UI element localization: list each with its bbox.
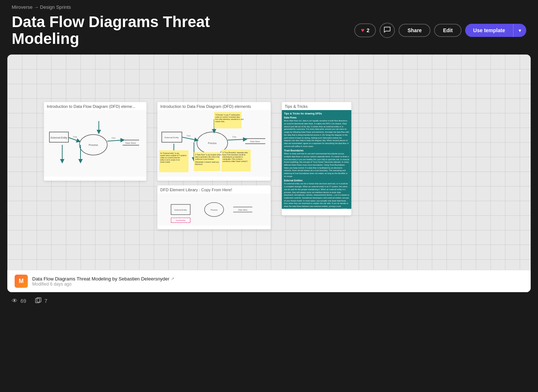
breadcrumb-arrow: → — [34, 4, 39, 10]
svg-text:interesting for an attacker to: interesting for an attacker to — [223, 156, 243, 158]
svg-text:Data: Data — [73, 136, 77, 138]
svg-line-7 — [68, 137, 79, 141]
svg-text:Process: Process — [211, 209, 218, 211]
card1-image: External Entity Process Data Store — [44, 110, 146, 177]
comment-icon — [384, 27, 391, 34]
copies-stat: 7 — [35, 297, 48, 305]
card2-title: Introduction to Data Flow Diagram (DFD) … — [157, 102, 271, 110]
chevron-down-icon: ▾ — [519, 27, 521, 33]
svg-text:Data: Data — [232, 136, 236, 138]
card4-image: External Entity Process Data Store Trust… — [157, 193, 271, 226]
breadcrumb: Miroverse → Design Sprints — [12, 4, 526, 10]
tips-section1-text: More often than not, data is not equally… — [284, 120, 349, 148]
svg-text:entity is not in scope of our: entity is not in scope of our — [160, 159, 180, 161]
tips-section2-title: Trust Boundaries — [284, 149, 349, 152]
header-row: Data Flow Diagrams Threat Modeling ♥ 2 S… — [12, 14, 526, 54]
use-template-button[interactable]: Use template — [465, 24, 513, 37]
svg-line-8 — [107, 140, 123, 141]
canvas-container: Introduction to Data Flow Diagram (DFD) … — [7, 54, 531, 292]
author-modified: Modified 6 days ago — [32, 282, 523, 287]
footer-stats: 👁 69 7 — [12, 297, 526, 305]
svg-text:"A Process" is any IT (sub)sys: "A Process" is any IT (sub)system — [215, 114, 240, 116]
use-template-group: Use template ▾ — [465, 24, 526, 37]
views-count: 69 — [20, 298, 26, 304]
svg-text:Data: Data — [187, 135, 191, 137]
page-title: Data Flow Diagrams Threat Modeling — [12, 14, 239, 47]
author-name-text: Data Flow Diagrams Threat Modeling by Se… — [32, 276, 169, 282]
views-icon: 👁 — [12, 298, 18, 304]
svg-text:An "External entity" is any: An "External entity" is any — [160, 152, 179, 154]
svg-line-22 — [228, 139, 245, 140]
card3-title: Tips & Tricks — [282, 102, 351, 110]
board-card-tips[interactable]: Tips & Tricks Tips & Tricks for drawing … — [282, 102, 351, 215]
breadcrumb-root[interactable]: Miroverse — [12, 4, 33, 10]
svg-text:manipulate. (This is what is: manipulate. (This is what is — [223, 158, 243, 160]
svg-text:threat model): threat model) — [160, 161, 170, 163]
tips-content: Tips & Tricks for drawing DFDs Data Flow… — [282, 110, 351, 209]
svg-text:Process: Process — [89, 144, 98, 146]
tips-section2-text: When to draw and how to use and communic… — [284, 152, 349, 178]
breadcrumb-section[interactable]: Design Sprints — [40, 4, 71, 10]
heart-icon: ♥ — [361, 27, 365, 34]
edit-button[interactable]: Edit — [434, 24, 461, 37]
views-stat: 👁 69 — [12, 298, 26, 304]
svg-text:flows if the interaction would: flows if the interaction would be — [223, 154, 246, 156]
card1-title: Introduction to Data Flow Diagram (DFD) … — [44, 102, 146, 110]
topbar: Miroverse → Design Sprints Data Flow Dia… — [0, 0, 538, 54]
svg-text:Process: Process — [208, 142, 217, 144]
svg-text:system that is outside of IT s: system that is outside of IT systems — [160, 155, 187, 157]
svg-text:A "Trust Boundary" separates d: A "Trust Boundary" separates data — [223, 152, 248, 154]
tips-heading: Tips & Tricks for drawing DFDs — [284, 112, 349, 115]
card2-image: External Entity Process Data Store — [157, 110, 271, 177]
copies-count: 7 — [45, 298, 48, 304]
copies-icon — [35, 297, 42, 305]
svg-text:External Entity: External Entity — [51, 136, 67, 139]
svg-text:from other elements, transform: from other elements, transforms it, and — [215, 118, 244, 120]
author-bar: M Data Flow Diagrams Threat Modeling by … — [7, 270, 531, 292]
svg-text:under our control. It receives: under our control. It receives data — [215, 116, 240, 118]
svg-text:sometimes called "attack surfa: sometimes called "attack surface") — [223, 161, 248, 162]
use-template-dropdown-button[interactable]: ▾ — [513, 24, 526, 37]
svg-text:External Entity: External Entity — [175, 209, 187, 211]
share-button[interactable]: Share — [399, 24, 430, 37]
svg-text:Data: Data — [112, 137, 116, 139]
board-card-dfd-intro-left[interactable]: Introduction to Data Flow Diagram (DFD) … — [44, 102, 146, 181]
svg-text:under our control (note this: under our control (note this — [160, 157, 180, 159]
svg-text:A "Data Store" is any location: A "Data Store" is any location where — [195, 154, 221, 156]
likes-count: 2 — [367, 27, 370, 33]
svg-text:Data Store: Data Store — [238, 209, 247, 211]
svg-text:External Entity: External Entity — [165, 136, 179, 139]
external-link-icon[interactable]: ↗ — [171, 276, 174, 281]
card4-title: DFD Element Library : Copy From Here! — [157, 185, 271, 193]
board-card-element-library[interactable]: DFD Element Library : Copy From Here! Ex… — [157, 185, 271, 229]
svg-text:Trust Boundary: Trust Boundary — [176, 220, 186, 222]
svg-line-21 — [182, 137, 197, 140]
board-content: Introduction to Data Flow Diagram (DFD) … — [7, 54, 531, 292]
svg-text:decisions): decisions) — [195, 163, 203, 165]
tips-section3-text: An external entity can be a human that w… — [284, 182, 349, 209]
author-name: Data Flow Diagrams Threat Modeling by Se… — [32, 276, 523, 282]
svg-text:outputs data.: outputs data. — [215, 121, 225, 122]
tips-section3-title: External Entities — [284, 179, 349, 182]
header-actions: ♥ 2 Share Edit Use template ▾ — [354, 23, 526, 38]
author-info: Data Flow Diagrams Threat Modeling by Se… — [32, 276, 523, 287]
svg-text:Data Store: Data Store — [126, 142, 136, 144]
board-card-dfd-intro-middle[interactable]: Introduction to Data Flow Diagram (DFD) … — [157, 102, 271, 181]
comment-button[interactable] — [380, 23, 395, 38]
svg-text:cookie jar in your browser.: cookie jar in your browser. — [195, 158, 214, 160]
svg-text:data is persistent, like a fil: data is persistent, like a file or the — [195, 156, 220, 158]
like-button[interactable]: ♥ 2 — [354, 23, 376, 37]
author-avatar: M — [15, 275, 28, 288]
svg-text:Data Store: Data Store — [250, 140, 260, 143]
svg-text:(Remember: it doesn't make any: (Remember: it doesn't make any — [195, 161, 219, 163]
tips-section1-title: Data Flows — [284, 116, 349, 119]
